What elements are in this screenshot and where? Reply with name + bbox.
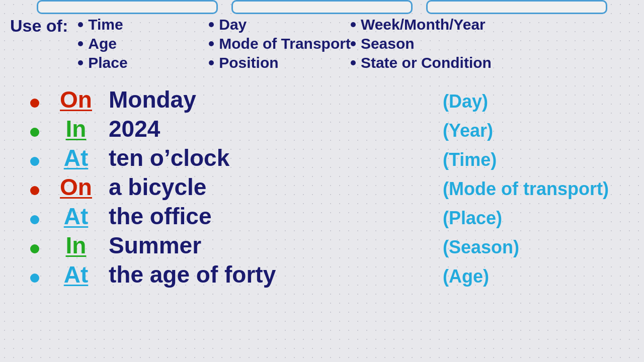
bullet-dot-place bbox=[78, 60, 83, 65]
example-phrase: Summer bbox=[109, 234, 443, 257]
bullet-dot-state bbox=[351, 60, 356, 65]
example-preposition: On bbox=[48, 175, 104, 199]
example-bullet bbox=[30, 186, 39, 195]
use-of-item-week: Week/Month/Year bbox=[351, 16, 522, 33]
example-row: Atthe age of forty(Age) bbox=[30, 263, 634, 287]
example-category-label: (Year) bbox=[443, 120, 634, 141]
top-buttons-row bbox=[0, 0, 644, 14]
examples-list: OnMonday(Day)In2024(Year)Atten o’clock(T… bbox=[30, 88, 634, 287]
top-button-1[interactable] bbox=[37, 0, 218, 14]
bullet-dot-time bbox=[78, 22, 83, 27]
example-phrase: the office bbox=[109, 205, 443, 228]
bullet-dot-position bbox=[209, 60, 214, 65]
bullet-dot-season bbox=[351, 41, 356, 46]
example-preposition: At bbox=[48, 146, 104, 169]
example-preposition: At bbox=[48, 263, 104, 286]
example-preposition: In bbox=[48, 117, 104, 140]
use-of-col3: Week/Month/Year Season State or Conditio… bbox=[351, 16, 522, 71]
example-category-label: (Time) bbox=[443, 149, 634, 170]
use-of-item-age: Age bbox=[78, 35, 209, 52]
example-bullet bbox=[30, 99, 39, 108]
example-category-label: (Place) bbox=[443, 208, 634, 229]
example-category-label: (Mode of transport) bbox=[443, 178, 634, 200]
example-row: Atthe office(Place) bbox=[30, 205, 634, 229]
bullet-dot-mode bbox=[209, 41, 214, 46]
example-category-label: (Season) bbox=[443, 237, 634, 258]
use-of-label: Use of: bbox=[10, 16, 68, 36]
top-button-3[interactable] bbox=[426, 0, 607, 14]
use-of-item-season: Season bbox=[351, 35, 522, 52]
bullet-dot-week bbox=[351, 22, 356, 27]
example-phrase: 2024 bbox=[109, 117, 443, 140]
example-bullet bbox=[30, 157, 39, 166]
example-category-label: (Age) bbox=[443, 266, 634, 287]
example-preposition: In bbox=[48, 234, 104, 257]
example-row: InSummer(Season) bbox=[30, 234, 634, 258]
example-bullet bbox=[30, 128, 39, 137]
use-of-item-place: Place bbox=[78, 54, 209, 71]
example-bullet bbox=[30, 274, 39, 283]
use-of-col2: Day Mode of Transport Position bbox=[209, 16, 351, 71]
use-of-item-mode: Mode of Transport bbox=[209, 35, 351, 52]
example-category-label: (Day) bbox=[443, 91, 634, 112]
example-row: OnMonday(Day) bbox=[30, 88, 634, 112]
bullet-dot-age bbox=[78, 41, 83, 46]
use-of-col1: Time Age Place bbox=[78, 16, 209, 71]
top-button-2[interactable] bbox=[231, 0, 413, 14]
example-phrase: a bicycle bbox=[109, 175, 443, 199]
use-of-section: Use of: Time Age Place Day Mode of bbox=[10, 16, 634, 71]
example-phrase: ten o’clock bbox=[109, 146, 443, 169]
example-row: Ona bicycle(Mode of transport) bbox=[30, 175, 634, 200]
example-phrase: Monday bbox=[109, 88, 443, 111]
example-row: In2024(Year) bbox=[30, 117, 634, 141]
use-of-item-day: Day bbox=[209, 16, 351, 33]
use-of-item-state: State or Condition bbox=[351, 54, 522, 71]
example-phrase: the age of forty bbox=[109, 263, 443, 286]
bullet-dot-day bbox=[209, 22, 214, 27]
example-bullet bbox=[30, 215, 39, 224]
example-preposition: On bbox=[48, 88, 104, 111]
use-of-item-position: Position bbox=[209, 54, 351, 71]
example-row: Atten o’clock(Time) bbox=[30, 146, 634, 170]
use-of-item-time: Time bbox=[78, 16, 209, 33]
example-preposition: At bbox=[48, 205, 104, 228]
example-bullet bbox=[30, 244, 39, 253]
